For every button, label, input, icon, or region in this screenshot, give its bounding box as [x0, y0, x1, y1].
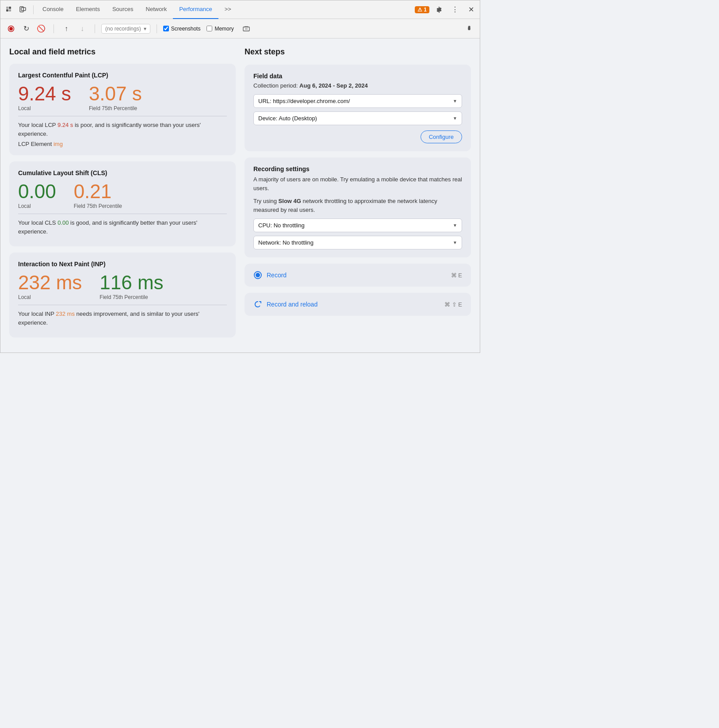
- field-data-period: Collection period: Aug 6, 2024 - Sep 2, …: [253, 82, 462, 89]
- recording-select[interactable]: (no recordings) ▾: [101, 24, 150, 34]
- lcp-description: Your local LCP 9.24 s is poor, and is si…: [18, 121, 227, 138]
- devtools-top-bar: Console Elements Sources Network Perform…: [0, 0, 480, 19]
- cls-local-label: Local: [18, 203, 56, 209]
- recording-settings-desc1: A majority of users are on mobile. Try e…: [253, 175, 462, 192]
- url-select-arrow: ▼: [453, 99, 457, 103]
- cls-card: Cumulative Layout Shift (CLS) 0.00 Local…: [9, 161, 236, 246]
- reload-button[interactable]: ↻: [20, 23, 32, 35]
- lcp-local-value: 9.24 s: [18, 84, 71, 103]
- device-select[interactable]: Device: Auto (Desktop) ▼: [253, 111, 462, 125]
- inp-local-block: 232 ms Local: [18, 273, 82, 300]
- tab-sources[interactable]: Sources: [106, 0, 140, 19]
- record-controls: ↻ 🚫: [5, 23, 47, 35]
- cls-local-value: 0.00: [18, 182, 56, 201]
- lcp-card-title: Largest Contentful Paint (LCP): [18, 72, 227, 79]
- close-icon[interactable]: ✕: [465, 4, 477, 16]
- cpu-select[interactable]: CPU: No throttling ▼: [253, 218, 462, 232]
- right-section-title: Next steps: [245, 47, 471, 57]
- inp-field-label: Field 75th Percentile: [99, 294, 163, 300]
- toolbar-settings-icon[interactable]: [463, 23, 475, 35]
- tab-more[interactable]: >>: [218, 0, 237, 19]
- inp-separator: [18, 305, 227, 305]
- cpu-select-arrow: ▼: [453, 223, 457, 228]
- lcp-field-label: Field 75th Percentile: [89, 105, 142, 111]
- inp-field-block: 116 ms Field 75th Percentile: [99, 273, 163, 300]
- tab-performance[interactable]: Performance: [173, 0, 218, 19]
- record-reload-action-shortcut: ⌘ ⇧ E: [444, 301, 462, 308]
- tab-network[interactable]: Network: [140, 0, 173, 19]
- record-action-icon: [253, 271, 262, 280]
- screenshots-checkbox[interactable]: [163, 26, 169, 31]
- configure-button[interactable]: Configure: [421, 130, 462, 143]
- recording-settings-title: Recording settings: [253, 165, 462, 172]
- record-reload-action-icon: [253, 300, 262, 309]
- toolbar-divider-2: [54, 24, 54, 33]
- memory-checkbox-label[interactable]: Memory: [207, 26, 233, 32]
- svg-rect-0: [6, 7, 8, 9]
- device-toggle-icon[interactable]: [16, 4, 29, 16]
- recording-settings-desc2: Try using Slow 4G network throttling to …: [253, 197, 462, 214]
- performance-toolbar: ↻ 🚫 ↑ ↓ (no recordings) ▾ Screenshots Me…: [0, 19, 480, 38]
- field-data-title: Field data: [253, 73, 462, 80]
- capture-settings-icon[interactable]: [240, 23, 252, 35]
- record-reload-action-label: Record and reload: [267, 301, 317, 308]
- record-action-card[interactable]: Record ⌘ E: [245, 264, 471, 287]
- record-button[interactable]: [5, 23, 17, 35]
- main-content: Local and field metrics Largest Contentf…: [0, 38, 480, 353]
- lcp-element-link[interactable]: img: [54, 141, 63, 147]
- record-reload-action-card[interactable]: Record and reload ⌘ ⇧ E: [245, 293, 471, 316]
- screenshots-checkbox-label[interactable]: Screenshots: [163, 26, 201, 32]
- inp-values: 232 ms Local 116 ms Field 75th Percentil…: [18, 273, 227, 300]
- toolbar-divider-4: [157, 24, 157, 33]
- svg-point-12: [256, 273, 260, 277]
- inspect-icon[interactable]: [3, 4, 15, 16]
- svg-rect-2: [6, 9, 8, 11]
- toolbar-divider-3: [95, 24, 95, 33]
- inp-local-value: 232 ms: [18, 273, 82, 292]
- svg-rect-3: [9, 9, 11, 11]
- download-button[interactable]: ↓: [76, 23, 88, 35]
- recording-settings-card: Recording settings A majority of users a…: [245, 157, 471, 257]
- network-select[interactable]: Network: No throttling ▼: [253, 236, 462, 249]
- field-data-card: Field data Collection period: Aug 6, 202…: [245, 65, 471, 151]
- lcp-field-value: 3.07 s: [89, 84, 142, 103]
- clear-button[interactable]: 🚫: [35, 23, 47, 35]
- left-column: Local and field metrics Largest Contentf…: [9, 47, 236, 344]
- lcp-element: LCP Element img: [18, 141, 227, 147]
- lcp-separator: [18, 116, 227, 116]
- url-select[interactable]: URL: https://developer.chrome.com/ ▼: [253, 94, 462, 108]
- record-action-shortcut: ⌘ E: [451, 272, 462, 279]
- device-select-arrow: ▼: [453, 116, 457, 121]
- error-badge[interactable]: ⚠ 1: [415, 6, 429, 13]
- upload-button[interactable]: ↑: [60, 23, 73, 35]
- checkbox-group: Screenshots Memory: [163, 23, 252, 35]
- tab-console[interactable]: Console: [36, 0, 70, 19]
- toolbar-divider-1: [33, 5, 34, 14]
- memory-checkbox[interactable]: [207, 26, 212, 31]
- nav-tabs: Console Elements Sources Network Perform…: [36, 0, 237, 19]
- inp-card-title: Interaction to Next Paint (INP): [18, 261, 227, 268]
- inp-field-value: 116 ms: [99, 273, 163, 292]
- inp-local-label: Local: [18, 294, 82, 300]
- lcp-local-label: Local: [18, 105, 71, 111]
- cls-field-value: 0.21: [74, 182, 122, 201]
- svg-rect-1: [9, 7, 11, 9]
- network-select-arrow: ▼: [453, 240, 457, 245]
- lcp-field-block: 3.07 s Field 75th Percentile: [89, 84, 142, 111]
- toolbar-right: ⚠ 1 ⋮ ✕: [415, 4, 477, 16]
- cls-field-label: Field 75th Percentile: [74, 203, 122, 209]
- inp-card: Interaction to Next Paint (INP) 232 ms L…: [9, 253, 236, 337]
- right-column: Next steps Field data Collection period:…: [245, 47, 471, 344]
- cls-card-title: Cumulative Layout Shift (CLS): [18, 169, 227, 176]
- configure-btn-wrap: Configure: [253, 130, 462, 143]
- inp-description: Your local INP 232 ms needs improvement,…: [18, 310, 227, 327]
- svg-point-7: [9, 27, 13, 31]
- settings-icon[interactable]: [433, 4, 445, 16]
- record-action-label: Record: [267, 272, 287, 279]
- more-options-icon[interactable]: ⋮: [449, 4, 461, 16]
- lcp-card: Largest Contentful Paint (LCP) 9.24 s Lo…: [9, 64, 236, 155]
- tab-elements[interactable]: Elements: [70, 0, 106, 19]
- cls-local-block: 0.00 Local: [18, 182, 56, 209]
- cls-separator: [18, 214, 227, 214]
- lcp-local-block: 9.24 s Local: [18, 84, 71, 111]
